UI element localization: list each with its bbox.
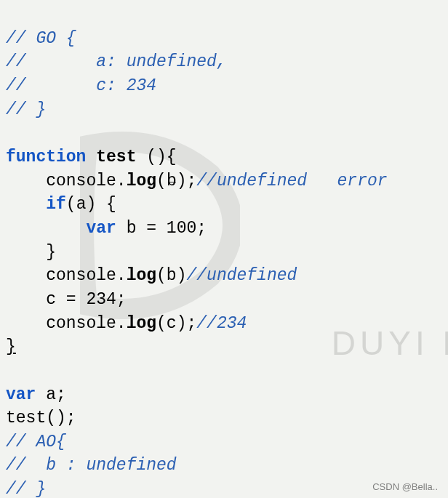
code-line: var b = 100; xyxy=(6,219,207,238)
comment-line: // c: 234 xyxy=(6,76,156,95)
code-line: } xyxy=(6,243,56,262)
comment-line: // GO { xyxy=(6,29,76,48)
comment-line: // b : undefined xyxy=(6,456,177,475)
comment-line: // } xyxy=(6,100,46,119)
comment-line: // a: undefined, xyxy=(6,52,227,71)
code-line: test(); xyxy=(6,409,76,427)
code-line: } xyxy=(6,337,16,356)
comment-line: // AO{ xyxy=(6,433,66,451)
code-line: c = 234; xyxy=(6,290,127,309)
code-line: console.log(b_);//undefined error xyxy=(6,172,388,190)
comment-line: // } xyxy=(6,480,46,498)
code-line: var a; xyxy=(6,385,66,404)
csdn-watermark: CSDN @Bella.. xyxy=(372,481,438,494)
code-line: console.log(c);//234 xyxy=(6,314,247,333)
code-line: if(a) { xyxy=(6,195,116,214)
code-line: console.log(b)//undefined xyxy=(6,266,297,285)
code-block: // GO { // a: undefined, // c: 234 // } … xyxy=(6,3,448,498)
code-line: function test (){ xyxy=(6,148,177,166)
